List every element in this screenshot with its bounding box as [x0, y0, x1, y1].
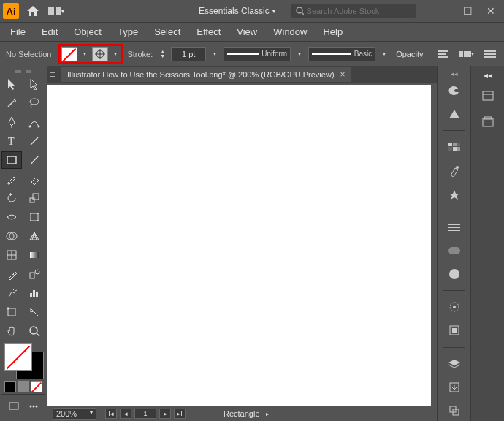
color-panel-icon[interactable]: [444, 82, 465, 99]
arrange-documents-button[interactable]: ▾: [47, 2, 66, 20]
close-button[interactable]: ✕: [481, 4, 501, 18]
svg-rect-45: [9, 403, 18, 409]
adobe-stock-search[interactable]: [291, 4, 416, 18]
svg-rect-64: [452, 328, 457, 333]
line-segment-tool[interactable]: [24, 132, 45, 150]
artboard-tool[interactable]: [1, 303, 22, 321]
next-artboard-button[interactable]: ▸: [159, 409, 171, 419]
direct-selection-tool[interactable]: [24, 75, 45, 93]
brushes-panel-icon[interactable]: [444, 162, 465, 179]
options-menu-icon[interactable]: [482, 46, 498, 62]
transform-panel-icon[interactable]: ▾: [459, 46, 475, 62]
graphic-styles-panel-icon[interactable]: [444, 322, 465, 339]
draw-normal[interactable]: [4, 381, 16, 392]
brush-definition[interactable]: Basic: [308, 47, 375, 61]
draw-behind[interactable]: [18, 381, 29, 392]
fill-dropdown[interactable]: ▾: [80, 47, 89, 61]
menu-edit[interactable]: Edit: [34, 24, 65, 39]
scale-tool[interactable]: [24, 189, 45, 207]
gradient-panel-icon[interactable]: [444, 242, 465, 259]
magic-wand-tool[interactable]: [1, 94, 22, 112]
fill-swatch[interactable]: [61, 47, 77, 61]
width-tool[interactable]: [1, 208, 22, 226]
symbol-sprayer-tool[interactable]: [1, 284, 22, 302]
selection-tool[interactable]: [1, 75, 22, 93]
swatches-panel-icon[interactable]: [444, 138, 465, 156]
stroke-weight-stepper[interactable]: ▲▼: [160, 50, 165, 58]
zoom-level-field[interactable]: 200%▾: [53, 408, 96, 420]
fill-color[interactable]: [4, 343, 32, 371]
pencil-tool[interactable]: [1, 170, 22, 188]
menu-object[interactable]: Object: [66, 24, 109, 39]
chevron-down-icon: ▾: [272, 8, 275, 15]
artboards-panel-icon[interactable]: [444, 402, 465, 420]
appearance-panel-icon[interactable]: [444, 298, 465, 316]
lasso-tool[interactable]: [24, 94, 45, 112]
libraries-panel-icon[interactable]: [478, 113, 498, 132]
opacity-label[interactable]: Opacity: [396, 50, 423, 58]
stroke-dropdown[interactable]: ▾: [111, 47, 120, 61]
artboard-name-display[interactable]: Rectangle ▸: [224, 409, 269, 418]
stroke-panel-icon[interactable]: [444, 219, 465, 236]
mesh-tool[interactable]: [1, 246, 22, 264]
properties-panel-icon[interactable]: [478, 86, 498, 105]
shape-builder-tool[interactable]: [1, 227, 22, 245]
type-tool[interactable]: T: [1, 132, 22, 150]
workspace-switcher[interactable]: Essentials Classic ▾: [194, 4, 280, 18]
main-area: T: [0, 66, 504, 421]
artboard-index-field[interactable]: 1: [134, 409, 156, 419]
free-transform-tool[interactable]: [24, 208, 45, 226]
expand-dock-icon[interactable]: ◂◂: [484, 70, 492, 80]
brush-dropdown[interactable]: ▾: [380, 47, 389, 61]
draw-inside[interactable]: [31, 381, 42, 392]
maximize-button[interactable]: ☐: [457, 4, 478, 18]
close-tab-icon[interactable]: ×: [340, 69, 345, 80]
eyedropper-tool[interactable]: [1, 265, 22, 283]
menu-window[interactable]: Window: [266, 24, 314, 39]
paintbrush-tool[interactable]: [24, 151, 45, 169]
menu-view[interactable]: View: [229, 24, 264, 39]
menu-file[interactable]: File: [3, 24, 33, 39]
column-graph-tool[interactable]: [24, 284, 45, 302]
home-button[interactable]: [23, 2, 42, 20]
hand-tool[interactable]: [1, 322, 22, 340]
slice-tool[interactable]: [24, 303, 45, 321]
expand-dock-icon[interactable]: ◂◂: [451, 70, 458, 77]
stroke-weight-field[interactable]: 1 pt: [171, 47, 206, 61]
perspective-grid-tool[interactable]: [24, 227, 45, 245]
fill-stroke-color[interactable]: [4, 343, 44, 379]
menu-effect[interactable]: Effect: [189, 24, 228, 39]
pen-tool[interactable]: [1, 113, 22, 131]
menu-help[interactable]: Help: [316, 24, 350, 39]
prev-artboard-button[interactable]: ◂: [120, 409, 131, 419]
stroke-weight-dropdown[interactable]: ▾: [210, 47, 219, 61]
menu-select[interactable]: Select: [147, 24, 188, 39]
screen-mode[interactable]: [4, 398, 23, 415]
minimize-button[interactable]: —: [434, 4, 454, 18]
transparency-panel-icon[interactable]: [444, 265, 465, 283]
menu-type[interactable]: Type: [110, 24, 145, 39]
stroke-swatch[interactable]: [92, 47, 108, 61]
stock-search-input[interactable]: [307, 7, 411, 15]
last-artboard-button[interactable]: ▸I: [174, 409, 186, 419]
eraser-tool[interactable]: [24, 170, 45, 188]
toolbox-grip[interactable]: [1, 69, 45, 74]
layers-panel-icon[interactable]: [444, 354, 465, 372]
variable-width-profile[interactable]: Uniform: [224, 47, 291, 61]
artboard-canvas[interactable]: [47, 85, 431, 406]
panel-toggle[interactable]: [49, 72, 56, 77]
blend-tool[interactable]: [24, 265, 45, 283]
edit-toolbar[interactable]: [24, 398, 42, 415]
symbols-panel-icon[interactable]: [444, 186, 465, 203]
rectangle-tool[interactable]: [1, 151, 22, 169]
align-panel-icon[interactable]: [435, 46, 451, 62]
first-artboard-button[interactable]: I◂: [105, 409, 117, 419]
zoom-tool[interactable]: [24, 322, 45, 340]
rotate-tool[interactable]: [1, 189, 22, 207]
color-guide-panel-icon[interactable]: [444, 105, 465, 123]
document-tab[interactable]: Illustrator How to Use the Scissors Tool…: [61, 67, 351, 82]
curvature-tool[interactable]: [24, 113, 45, 131]
gradient-tool[interactable]: [24, 246, 45, 264]
asset-export-panel-icon[interactable]: [444, 379, 465, 396]
profile-dropdown[interactable]: ▾: [295, 47, 304, 61]
